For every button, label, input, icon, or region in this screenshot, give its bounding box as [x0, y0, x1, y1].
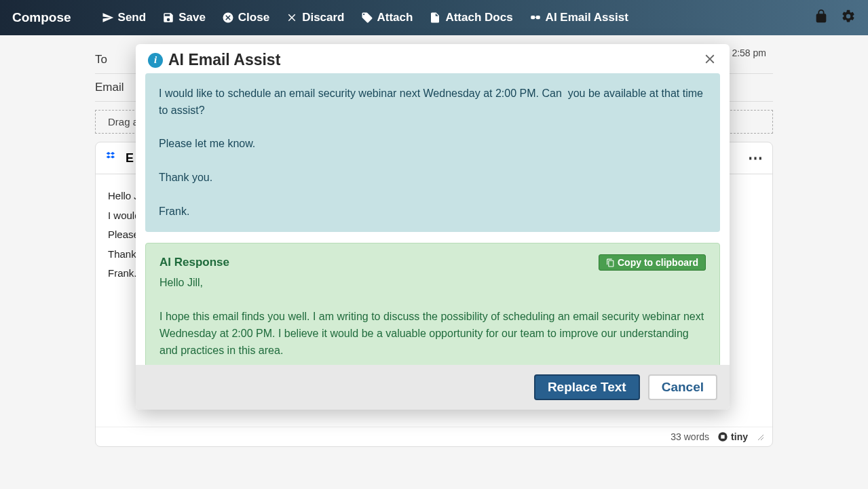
save-icon — [162, 12, 174, 24]
glasses-icon — [529, 12, 542, 24]
gear-icon[interactable] — [841, 9, 856, 26]
response-text: Hello Jill, I hope this email finds you … — [159, 275, 706, 365]
attach-button[interactable]: Attach — [361, 11, 413, 24]
attach-docs-button[interactable]: Attach Docs — [429, 11, 512, 24]
save-button[interactable]: Save — [162, 11, 206, 24]
tiny-brand[interactable]: tiny — [717, 431, 748, 442]
x-icon — [286, 12, 298, 24]
replace-text-button[interactable]: Replace Text — [534, 374, 640, 400]
ai-input-box: I would like to schedule an email securi… — [145, 73, 720, 232]
timestamp: 2:58 pm — [732, 47, 766, 58]
editor-more-icon[interactable]: ⋯ — [748, 149, 763, 167]
close-button[interactable]: Close — [222, 11, 269, 24]
word-count: 33 words — [671, 431, 709, 442]
close-icon — [702, 52, 717, 66]
ai-assist-modal: i AI Email Assist I would like to schedu… — [136, 44, 730, 410]
send-icon — [102, 12, 114, 24]
response-header: AI Response Copy to clipboard — [159, 254, 706, 271]
modal-footer: Replace Text Cancel — [136, 365, 730, 410]
tiny-logo-icon — [717, 431, 728, 442]
modal-title: AI Email Assist — [168, 51, 280, 69]
modal-header: i AI Email Assist — [136, 44, 730, 73]
info-icon: i — [148, 53, 163, 68]
discard-button[interactable]: Discard — [286, 11, 344, 24]
send-button[interactable]: Send — [102, 11, 147, 24]
toolbar-actions: Send Save Close Discard Attach Attach Do… — [102, 11, 628, 24]
file-icon — [429, 12, 441, 24]
modal-close-button[interactable] — [702, 52, 717, 69]
cancel-button[interactable]: Cancel — [648, 374, 717, 400]
toolbar-right — [814, 9, 856, 26]
ai-assist-button[interactable]: AI Email Assist — [529, 11, 628, 24]
clipboard-icon — [606, 258, 615, 267]
close-circle-icon — [222, 12, 234, 24]
editor-format-letter: E — [126, 151, 134, 165]
lock-icon[interactable] — [814, 9, 829, 26]
tag-icon — [361, 12, 373, 24]
copy-to-clipboard-button[interactable]: Copy to clipboard — [599, 254, 706, 271]
response-title: AI Response — [159, 256, 229, 269]
compose-toolbar: Compose Send Save Close Discard Attach A… — [0, 0, 868, 35]
editor-footer: 33 words tiny — [96, 427, 772, 446]
ai-response-box: AI Response Copy to clipboard Hello Jill… — [145, 243, 720, 365]
page-title: Compose — [12, 10, 71, 25]
dropbox-icon[interactable] — [105, 151, 117, 166]
resize-handle-icon[interactable] — [756, 433, 764, 441]
modal-body[interactable]: I would like to schedule an email securi… — [136, 73, 730, 365]
